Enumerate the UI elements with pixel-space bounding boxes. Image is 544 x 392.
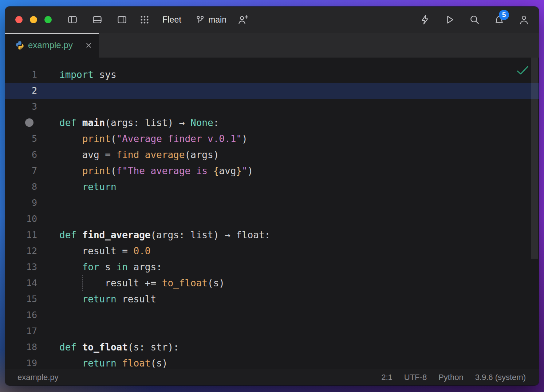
statusbar-right: 2:1 UTF-8 Python 3.9.6 (system) xyxy=(381,373,526,382)
code-line: 1import sys xyxy=(5,67,539,83)
line-number: 10 xyxy=(5,211,37,227)
run-button[interactable] xyxy=(444,14,455,25)
code-line: 19 return float(s) xyxy=(5,355,539,371)
statusbar-file-name: example.py xyxy=(17,373,59,382)
line-number: 17 xyxy=(5,323,37,339)
code-lines: 1import sys23def main(args: list) → None… xyxy=(5,58,539,369)
inspection-status-widget[interactable] xyxy=(516,65,529,78)
branch-name: main xyxy=(208,15,226,25)
line-number: 2 xyxy=(5,83,37,99)
code-line: 5 print("Average finder v.0.1") xyxy=(5,131,539,147)
add-collaborator-button[interactable] xyxy=(237,14,248,25)
line-number: 3 xyxy=(5,99,37,115)
profile-button[interactable] xyxy=(519,14,529,25)
line-number: 14 xyxy=(5,275,37,291)
workspaces-button[interactable] xyxy=(139,14,150,25)
code-line: 11def find_average(args: list) → float: xyxy=(5,227,539,243)
line-number: 19 xyxy=(5,355,37,371)
indent-guide xyxy=(60,131,60,195)
toolbar-right: 5 xyxy=(419,14,529,25)
profile-icon xyxy=(519,14,529,25)
line-number: 18 xyxy=(5,339,37,355)
line-number: 8 xyxy=(5,179,37,195)
code-line: def main(args: list) → None: xyxy=(5,115,539,131)
code-line: 17 xyxy=(5,323,539,339)
toggle-right-panel-button[interactable] xyxy=(117,14,127,25)
line-number: 5 xyxy=(5,131,37,147)
indent-guide xyxy=(60,355,60,369)
cursor-position[interactable]: 2:1 xyxy=(381,373,393,382)
code-line: 12 result = 0.0 xyxy=(5,243,539,259)
line-number: 7 xyxy=(5,163,37,179)
tab-label: example.py xyxy=(28,40,73,50)
add-collaborator-icon xyxy=(237,14,248,25)
line-number: 6 xyxy=(5,147,37,163)
notifications-button[interactable]: 5 xyxy=(494,14,505,25)
code-line: 18def to_float(s: str): xyxy=(5,339,539,355)
line-number: 11 xyxy=(5,227,37,243)
run-icon xyxy=(444,14,455,25)
fleet-window: Fleet main xyxy=(5,7,539,385)
file-language[interactable]: Python xyxy=(438,373,464,382)
toolbar: Fleet main xyxy=(5,7,539,33)
minimize-window-button[interactable] xyxy=(30,16,37,23)
zoom-window-button[interactable] xyxy=(44,16,52,23)
code-line: 13 for s in args: xyxy=(5,259,539,275)
git-branch-widget[interactable]: main xyxy=(195,15,226,25)
line-number: 13 xyxy=(5,259,37,275)
code-line: 9 xyxy=(5,195,539,211)
code-line: 6 avg = find_average(args) xyxy=(5,147,539,163)
app-title: Fleet xyxy=(162,15,181,25)
active-tab-indicator xyxy=(5,33,99,34)
traffic-lights xyxy=(15,16,52,23)
line-number: 12 xyxy=(5,243,37,259)
toggle-left-panel-button[interactable] xyxy=(67,14,78,25)
code-editor[interactable]: 1import sys23def main(args: list) → None… xyxy=(5,58,539,369)
line-number: 16 xyxy=(5,307,37,323)
scrollbar-thumb[interactable] xyxy=(531,58,538,259)
code-line: 3 xyxy=(5,99,539,115)
code-line: 16 xyxy=(5,307,539,323)
close-tab-button[interactable] xyxy=(85,42,92,49)
search-button[interactable] xyxy=(469,14,480,25)
search-icon xyxy=(469,14,480,25)
line-number: 15 xyxy=(5,291,37,307)
interpreter-version[interactable]: 3.9.6 (system) xyxy=(475,373,526,382)
python-icon xyxy=(15,40,25,50)
workspaces-grid-icon xyxy=(139,14,150,25)
line-number: 9 xyxy=(5,195,37,211)
code-line: 15 return result xyxy=(5,291,539,307)
lightning-icon xyxy=(419,14,430,25)
panel-toggles xyxy=(67,14,127,25)
notification-badge: 5 xyxy=(499,10,509,20)
quick-actions-button[interactable] xyxy=(419,14,430,25)
indent-guide-dashed xyxy=(82,275,83,291)
close-icon xyxy=(85,42,92,49)
line-number: 1 xyxy=(5,67,37,83)
git-branch-icon xyxy=(195,15,205,25)
code-line: 7 print(f"The average is {avg}") xyxy=(5,163,539,179)
breakpoint-dot[interactable] xyxy=(25,118,33,127)
code-line: 2 xyxy=(5,83,539,99)
gutter xyxy=(5,115,37,131)
toggle-bottom-panel-button[interactable] xyxy=(92,14,103,25)
code-line: 10 xyxy=(5,211,539,227)
code-line: 14 result += to_float(s) xyxy=(5,275,539,291)
code-line: 8 return xyxy=(5,179,539,195)
inspection-check-icon xyxy=(516,65,529,77)
tab-strip: example.py xyxy=(5,33,539,58)
tab-example-py[interactable]: example.py xyxy=(5,33,99,58)
close-window-button[interactable] xyxy=(15,16,23,23)
file-encoding[interactable]: UTF-8 xyxy=(404,373,427,382)
indent-guide xyxy=(60,243,60,307)
